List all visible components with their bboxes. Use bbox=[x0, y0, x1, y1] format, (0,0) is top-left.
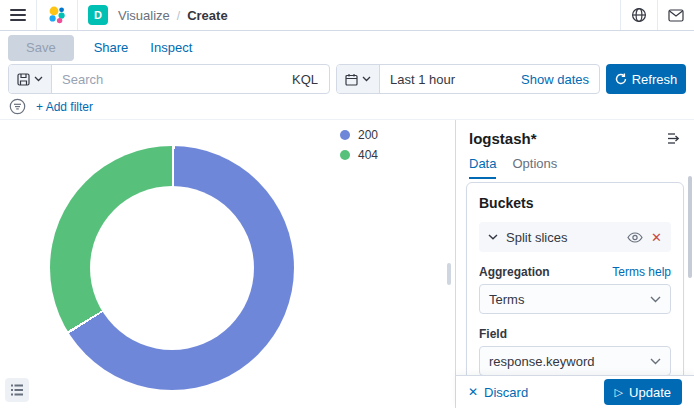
field-label: Field bbox=[479, 327, 507, 341]
tab-data[interactable]: Data bbox=[469, 156, 496, 179]
tab-options[interactable]: Options bbox=[512, 156, 557, 179]
filter-bar: + Add filter bbox=[0, 94, 694, 120]
breadcrumb-separator: / bbox=[177, 9, 180, 23]
eye-icon[interactable] bbox=[627, 232, 643, 243]
list-icon bbox=[11, 384, 23, 396]
calendar-icon bbox=[345, 73, 358, 86]
discard-label: Discard bbox=[484, 385, 528, 400]
breadcrumb-create: Create bbox=[187, 8, 227, 23]
refresh-button[interactable]: Refresh bbox=[606, 64, 686, 94]
terms-help-link[interactable]: Terms help bbox=[612, 265, 671, 279]
refresh-label: Refresh bbox=[632, 72, 678, 87]
space-badge: D bbox=[88, 5, 108, 25]
bucket-label: Split slices bbox=[506, 230, 619, 245]
split-slices-row[interactable]: Split slices ✕ bbox=[479, 222, 671, 252]
search-input[interactable] bbox=[52, 72, 281, 87]
field-select[interactable]: response.keyword bbox=[479, 346, 671, 376]
inspect-button[interactable]: Inspect bbox=[150, 40, 192, 55]
legend-item-404[interactable]: 404 bbox=[340, 145, 378, 165]
elastic-logo[interactable] bbox=[37, 0, 77, 30]
editor-footer: ✕ Discard ▷ Update bbox=[456, 375, 694, 408]
save-query-icon bbox=[17, 73, 30, 86]
legend-swatch bbox=[340, 150, 350, 160]
chevron-down-icon bbox=[488, 234, 498, 240]
help-menu-button[interactable] bbox=[621, 0, 657, 30]
chevron-down-icon bbox=[34, 76, 43, 82]
newsfeed-button[interactable] bbox=[658, 0, 694, 30]
close-icon: ✕ bbox=[468, 385, 478, 399]
chevron-down-icon bbox=[650, 296, 661, 303]
top-header: D Visualize/Create bbox=[0, 0, 694, 31]
chart-legend: 200 404 bbox=[340, 125, 378, 165]
menu-right-icon bbox=[667, 132, 682, 145]
date-picker-control: Last 1 hour Show dates bbox=[336, 64, 600, 94]
update-button[interactable]: ▷ Update bbox=[604, 379, 682, 405]
filter-options-icon[interactable] bbox=[9, 98, 26, 115]
legend-toggle-button[interactable] bbox=[5, 378, 29, 402]
aggregation-value: Terms bbox=[489, 292, 650, 307]
legend-swatch bbox=[340, 130, 350, 140]
donut-hole bbox=[90, 186, 254, 350]
field-value: response.keyword bbox=[489, 354, 650, 369]
add-filter-button[interactable]: + Add filter bbox=[36, 100, 93, 114]
visualize-toolbar: Save Share Inspect bbox=[0, 31, 694, 64]
search-control: KQL bbox=[8, 64, 330, 94]
index-pattern-title: logstash* bbox=[469, 130, 537, 147]
quick-select-menu[interactable] bbox=[337, 65, 380, 93]
kql-language-button[interactable]: KQL bbox=[281, 72, 329, 87]
time-range-value[interactable]: Last 1 hour bbox=[380, 72, 465, 87]
show-dates-button[interactable]: Show dates bbox=[511, 72, 599, 87]
play-icon: ▷ bbox=[615, 386, 623, 399]
saved-query-menu[interactable] bbox=[9, 65, 52, 93]
legend-label: 404 bbox=[358, 148, 378, 162]
aggregation-select[interactable]: Terms bbox=[479, 284, 671, 314]
refresh-icon bbox=[615, 73, 627, 85]
save-button[interactable]: Save bbox=[8, 35, 74, 61]
update-label: Update bbox=[629, 385, 671, 400]
discard-button[interactable]: ✕ Discard bbox=[468, 385, 528, 400]
panel-scrollbar[interactable] bbox=[688, 176, 692, 278]
donut-chart[interactable] bbox=[50, 146, 294, 390]
hamburger-icon bbox=[10, 8, 26, 22]
share-button[interactable]: Share bbox=[94, 40, 129, 55]
editor-side-panel: logstash* Data Options Buckets Split sli… bbox=[455, 120, 694, 408]
elastic-logo-icon bbox=[47, 5, 67, 25]
collapse-panel-button[interactable] bbox=[665, 130, 684, 147]
legend-item-200[interactable]: 200 bbox=[340, 125, 378, 145]
editor-tabs: Data Options bbox=[469, 156, 557, 179]
legend-label: 200 bbox=[358, 128, 378, 142]
query-bar: KQL Last 1 hour Show dates Refresh bbox=[0, 64, 694, 94]
panel-resize-handle[interactable] bbox=[447, 263, 451, 285]
buckets-heading: Buckets bbox=[479, 195, 671, 211]
globe-icon bbox=[631, 7, 647, 23]
chevron-down-icon bbox=[362, 76, 371, 82]
main-content: 200 404 logstash* bbox=[0, 120, 694, 408]
chevron-down-icon bbox=[650, 358, 661, 365]
space-switcher[interactable]: D bbox=[78, 0, 118, 30]
visualization-chart-area: 200 404 bbox=[0, 120, 455, 408]
aggregation-label: Aggregation bbox=[479, 265, 550, 279]
breadcrumb-visualize[interactable]: Visualize bbox=[118, 8, 170, 23]
breadcrumb: Visualize/Create bbox=[118, 8, 228, 23]
menu-button[interactable] bbox=[0, 0, 36, 30]
envelope-icon bbox=[668, 9, 684, 22]
remove-bucket-icon[interactable]: ✕ bbox=[651, 231, 662, 244]
